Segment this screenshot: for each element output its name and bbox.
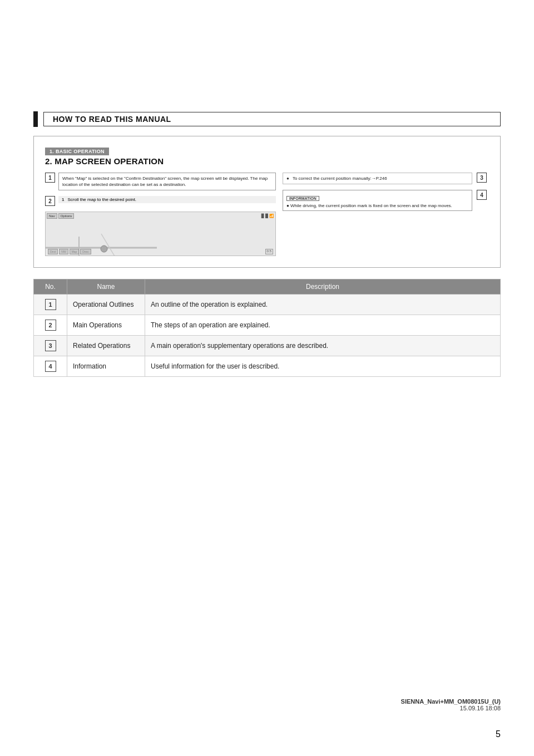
diag-map-toolbar: Nav Options ▐▌█ 📶 (47, 213, 274, 219)
badge-4: 4 (477, 190, 487, 200)
table-header-row: No. Name Description (34, 279, 501, 294)
table-cell-no: 4 (34, 356, 67, 377)
diag-bullet-text-1: ● To correct the current position manual… (283, 173, 472, 184)
map-bottom-btn-4: Desc (80, 249, 91, 254)
map-bottom-btn-2: NW (59, 249, 68, 254)
diag-map-btns: Nav Options (47, 213, 74, 219)
footer: SIENNA_Navi+MM_OM08015U_(U) 15.09.16 18:… (401, 698, 501, 711)
section-bar (33, 111, 38, 127)
page-container: HOW TO READ THIS MANUAL 1. BASIC OPERATI… (0, 0, 534, 756)
section-header: HOW TO READ THIS MANUAL (33, 111, 501, 127)
map-bottom-btn-1: Dest (48, 249, 58, 254)
col-header-name: Name (67, 279, 145, 294)
map-bottom-btn-3: Map (70, 249, 80, 254)
right-text-1: To correct the current position manually… (293, 176, 387, 181)
table-cell-desc: Useful information for the user is descr… (145, 356, 501, 377)
diag-map: Nav Options ▐▌█ 📶 (45, 212, 276, 256)
section-title: HOW TO READ THIS MANUAL (43, 112, 501, 126)
table-badge-2: 2 (45, 320, 56, 331)
table-cell-no: 3 (34, 336, 67, 356)
table-cell-no: 1 (34, 294, 67, 315)
badge-3: 3 (477, 173, 487, 183)
diag-right-block-2: INFORMATION ● While driving, the current… (283, 190, 487, 211)
info-table: No. Name Description 1 Operational Outli… (33, 279, 501, 377)
table-row: 2 Main Operations The steps of an operat… (34, 315, 501, 336)
info-bullet: ● (286, 203, 289, 208)
footer-date: 15.09.16 18:08 (401, 705, 501, 711)
bottom-spacer (33, 377, 501, 544)
map-btn-options: Options (58, 213, 75, 219)
col-header-description: Description (145, 279, 501, 294)
col-header-no: No. (34, 279, 67, 294)
table-cell-name: Operational Outlines (67, 294, 145, 315)
info-box: INFORMATION ● While driving, the current… (283, 190, 472, 211)
diag-content-row: 1 When "Map" is selected on the "Confirm… (45, 173, 489, 256)
diag-right-block-1: ● To correct the current position manual… (283, 173, 487, 184)
info-text: ● While driving, the current position ma… (286, 203, 468, 209)
footer-filename: SIENNA_Navi+MM_OM08015U_(U) (401, 698, 501, 705)
badge-1: 1 (45, 173, 55, 183)
diag-map-bottom-btns: Dest NW Map Desc (48, 249, 91, 254)
table-cell-name: Main Operations (67, 315, 145, 336)
info-text-content: While driving, the current position mark… (290, 203, 452, 208)
step-text: Scroll the map to the desired point. (67, 197, 136, 202)
diag-block-2: 2 1 Scroll the map to the desired point. (45, 196, 276, 206)
diag-right: ● To correct the current position manual… (283, 173, 487, 211)
table-cell-desc: The steps of an operation are explained. (145, 315, 501, 336)
table-badge-3: 3 (45, 340, 56, 351)
diag-step-row: 1 Scroll the map to the desired point. (58, 196, 276, 203)
table-row: 4 Information Useful information for the… (34, 356, 501, 377)
table-cell-desc: An outline of the operation is explained… (145, 294, 501, 315)
diag-text-box-1: When "Map" is selected on the "Confirm D… (58, 173, 276, 190)
table-cell-name: Information (67, 356, 145, 377)
diagram-box: 1. BASIC OPERATION 2. MAP SCREEN OPERATI… (33, 136, 501, 268)
table-badge-4: 4 (45, 361, 56, 372)
badge-2: 2 (45, 196, 55, 206)
diagram-inner: 1. BASIC OPERATION 2. MAP SCREEN OPERATI… (45, 145, 489, 256)
page-number: 5 (496, 729, 501, 739)
diag-map-bottom: Dest NW Map Desc 0.5 (46, 249, 275, 254)
table-badge-1: 1 (45, 299, 56, 310)
map-btn-nav: Nav (47, 213, 57, 219)
table-cell-desc: A main operation's supplementary operati… (145, 336, 501, 356)
diag-section-title: 2. MAP SCREEN OPERATION (45, 156, 489, 166)
diag-map-scale: 0.5 (265, 249, 273, 254)
diag-subsection-label: 1. BASIC OPERATION (45, 148, 109, 155)
page-num-text: 5 (496, 729, 501, 739)
table-row: 3 Related Operations A main operation's … (34, 336, 501, 356)
diag-left: 1 When "Map" is selected on the "Confirm… (45, 173, 276, 256)
bullet-1: ● (286, 176, 289, 181)
map-signal: ▐▌█ 📶 (260, 214, 274, 218)
table-cell-no: 2 (34, 315, 67, 336)
step-num: 1 (62, 197, 64, 202)
table-row: 1 Operational Outlines An outline of the… (34, 294, 501, 315)
diag-block-1: 1 When "Map" is selected on the "Confirm… (45, 173, 276, 190)
info-label: INFORMATION (286, 196, 319, 201)
top-spacer (33, 11, 501, 111)
table-cell-name: Related Operations (67, 336, 145, 356)
